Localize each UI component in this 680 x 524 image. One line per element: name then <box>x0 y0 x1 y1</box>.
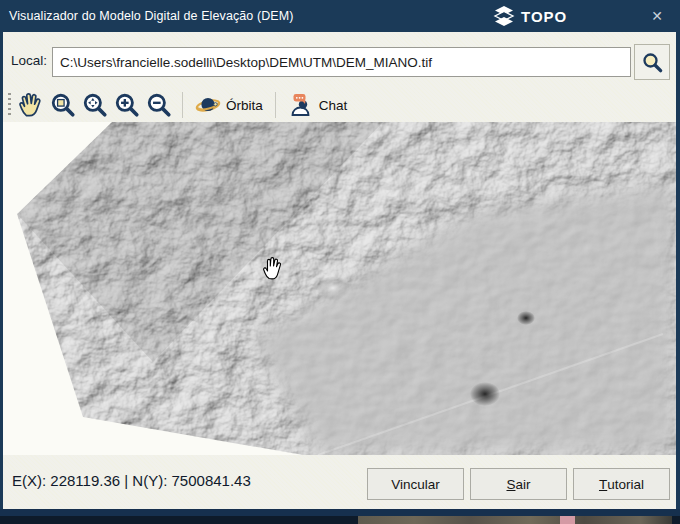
close-icon: ✕ <box>651 8 663 24</box>
window-title: Visualizador do Modelo Digital de Elevaç… <box>9 9 294 23</box>
vincular-label: Vincular <box>391 477 440 492</box>
background-photo-sliver <box>358 516 672 524</box>
toolbar: Órbita Chat <box>3 88 676 122</box>
background-pink-element <box>560 516 575 524</box>
status-bar: E(X): 228119.36 | N(Y): 7500841.43 Vincu… <box>3 455 676 509</box>
chat-person-icon <box>288 92 314 118</box>
dem-hillshade-image <box>3 122 676 455</box>
vincular-button[interactable]: Vincular <box>367 468 464 500</box>
browse-button[interactable] <box>634 44 670 80</box>
coordinates-readout: E(X): 228119.36 | N(Y): 7500841.43 <box>12 472 251 489</box>
path-input[interactable] <box>52 47 631 77</box>
toolbar-grip[interactable] <box>8 93 11 117</box>
hand-cursor-icon <box>262 256 282 280</box>
zoom-extent-button[interactable] <box>47 90 79 120</box>
toolbar-separator <box>182 92 183 118</box>
zoom-in-icon <box>114 92 140 118</box>
tutorial-label: utorial <box>607 477 644 492</box>
app-body: Local: <box>0 32 680 509</box>
zoom-out-icon <box>146 92 172 118</box>
toolbar-separator <box>275 92 276 118</box>
title-bar: Visualizador do Modelo Digital de Elevaç… <box>0 0 680 32</box>
sair-button[interactable]: Sair <box>470 468 567 500</box>
zoom-out-button[interactable] <box>143 90 175 120</box>
sair-accesskey: S <box>506 477 515 492</box>
zoom-extent-icon <box>50 92 76 118</box>
tutorial-accesskey: T <box>599 477 607 492</box>
close-button[interactable]: ✕ <box>642 0 672 32</box>
window-bottom-border <box>0 509 680 516</box>
zoom-selection-icon <box>82 92 108 118</box>
search-icon <box>641 51 664 74</box>
hand-pan-icon <box>18 92 45 119</box>
topo-layers-icon <box>492 4 516 28</box>
brand-logo: TOPO <box>492 0 567 32</box>
tutorial-button[interactable]: Tutorial <box>573 468 670 500</box>
zoom-selection-button[interactable] <box>79 90 111 120</box>
background-window-sliver <box>0 516 680 524</box>
chat-button[interactable]: Chat <box>283 90 353 120</box>
path-label: Local: <box>11 53 47 68</box>
dem-viewport[interactable] <box>3 122 676 455</box>
orbit-planet-icon <box>195 93 221 117</box>
chat-label: Chat <box>319 98 348 113</box>
orbit-button[interactable]: Órbita <box>190 90 268 120</box>
sair-label: air <box>516 477 531 492</box>
orbit-label: Órbita <box>226 98 263 113</box>
brand-name: TOPO <box>521 8 567 25</box>
zoom-in-button[interactable] <box>111 90 143 120</box>
footer-buttons: Vincular Sair Tutorial <box>367 468 670 500</box>
pan-tool-button[interactable] <box>15 90 47 120</box>
